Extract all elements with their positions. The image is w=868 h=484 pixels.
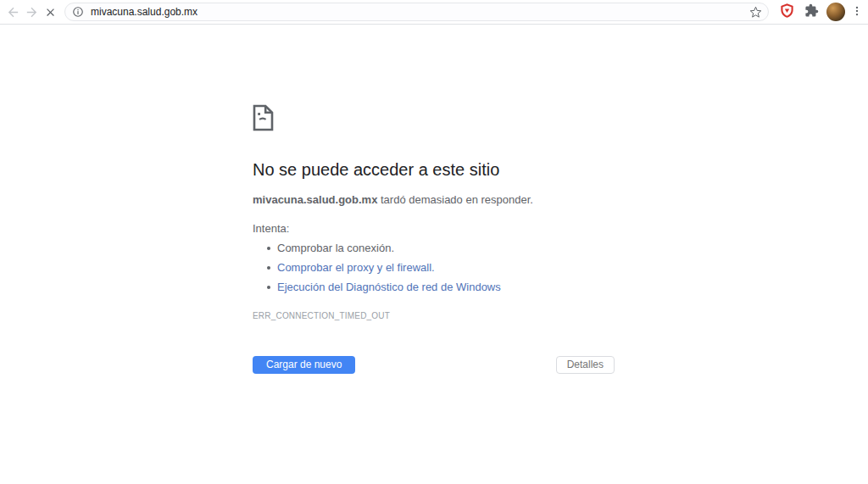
suggestion-check-connection: Comprobar la conexión.: [277, 241, 615, 256]
close-x-icon: [44, 6, 57, 19]
browser-toolbar: mivacuna.salud.gob.mx: [0, 0, 868, 25]
suggestion-check-proxy-link[interactable]: Comprobar el proxy y el firewall.: [277, 260, 615, 275]
reload-button[interactable]: Cargar de nuevo: [253, 356, 355, 374]
error-title: No se puede acceder a este sitio: [253, 159, 615, 180]
suggestions-list: Comprobar la conexión. Comprobar el prox…: [253, 241, 615, 295]
bookmark-star-icon[interactable]: [749, 6, 762, 19]
sad-file-icon: [253, 104, 615, 131]
url-text: mivacuna.salud.gob.mx: [91, 6, 749, 18]
site-info-icon[interactable]: [72, 6, 84, 18]
error-subtitle-text: tardó demasiado en responder.: [377, 193, 533, 206]
toolbar-extensions-area: [777, 2, 863, 22]
suggestion-network-diagnostics-link[interactable]: Ejecución del Diagnóstico de red de Wind…: [277, 280, 615, 295]
error-actions: Cargar de nuevo Detalles: [253, 356, 615, 374]
error-subtitle: mivacuna.salud.gob.mx tardó demasiado en…: [253, 192, 615, 208]
extensions-button[interactable]: [802, 2, 821, 22]
adblock-shield-button[interactable]: [777, 2, 796, 22]
back-button[interactable]: [3, 2, 22, 22]
error-code: ERR_CONNECTION_TIMED_OUT: [253, 311, 615, 320]
arrow-right-icon: [25, 5, 39, 19]
forward-button[interactable]: [22, 2, 41, 22]
suggestions-label: Intenta:: [253, 222, 615, 235]
profile-avatar[interactable]: [826, 3, 845, 21]
error-page: No se puede acceder a este sitio mivacun…: [253, 104, 615, 374]
browser-window: mivacuna.salud.gob.mx: [0, 0, 868, 484]
failed-domain: mivacuna.salud.gob.mx: [253, 193, 377, 206]
address-bar[interactable]: mivacuna.salud.gob.mx: [64, 3, 769, 21]
red-shield-icon: [779, 3, 795, 21]
puzzle-piece-icon: [804, 3, 819, 20]
details-button[interactable]: Detalles: [556, 356, 615, 374]
kebab-menu-icon: [851, 4, 863, 20]
stop-button[interactable]: [41, 2, 59, 22]
arrow-left-icon: [6, 5, 20, 19]
browser-menu-button[interactable]: [851, 2, 863, 22]
